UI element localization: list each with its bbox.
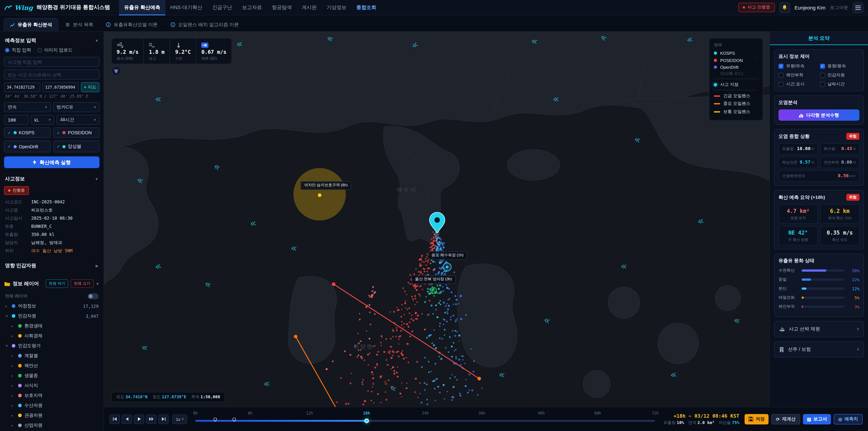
- layer-subitem-2-0[interactable]: ▸계절별: [4, 351, 99, 361]
- skip-end-button[interactable]: [158, 414, 168, 424]
- map-layers-button[interactable]: [111, 66, 121, 76]
- folder-icon: [4, 281, 10, 286]
- layer-subitem-2-1[interactable]: ▸해안선: [4, 361, 99, 371]
- timeline-tick-48h[interactable]: 48h: [538, 411, 545, 415]
- longitude-input[interactable]: [42, 82, 79, 92]
- fast-forward-button[interactable]: [146, 414, 156, 424]
- polygon-analysis-button[interactable]: 다각형 분석수행: [778, 110, 860, 121]
- incident-name-input[interactable]: [4, 57, 99, 67]
- layer-item-2[interactable]: ▼민감도평가: [4, 341, 99, 351]
- chevron-down-icon: ▼: [5, 344, 9, 348]
- tab-analysis-summary[interactable]: 분석 요약: [770, 32, 868, 45]
- incident-row: 위치여수 돌산 남방 5NM: [4, 247, 99, 255]
- vessel-spec-section[interactable]: 사고 선박 제원 ▾: [774, 321, 864, 337]
- forecast-stat-0: 4.7 km²영향 면적: [778, 204, 818, 224]
- layer-subitem-2-3[interactable]: ▸서식지: [4, 380, 99, 391]
- timeline-tick-0h[interactable]: 0h: [193, 411, 198, 415]
- timeline-info: +18h ~ 03/12 08:46 KST 유출량 10%면적 2.0 km²…: [663, 412, 739, 426]
- latitude-input[interactable]: [4, 82, 40, 92]
- run-prediction-button[interactable]: 확산예측 실행: [4, 156, 99, 168]
- timeline-tick-12h[interactable]: 12h: [306, 411, 313, 415]
- model-chip-kosps[interactable]: ✓KOSPS: [4, 127, 51, 138]
- spill-type-select[interactable]: 연속▾: [4, 102, 51, 112]
- recalculate-button[interactable]: ⟳ 재계산: [772, 414, 800, 424]
- radio-direct-input[interactable]: 직접 입력: [5, 47, 31, 53]
- layers-all-off-button[interactable]: 전체 끄기: [70, 279, 93, 288]
- step-back-button[interactable]: [122, 414, 132, 424]
- layer-subitem-2-7[interactable]: ▸산업자원: [4, 420, 99, 430]
- timeline-tick-60h[interactable]: 60h: [594, 411, 601, 415]
- timeline-track[interactable]: [195, 420, 655, 422]
- owner-insurance-section[interactable]: 선주 / 보험 ▾: [774, 341, 864, 358]
- timeline-tick-72h[interactable]: 72h: [652, 411, 659, 415]
- display-option-4[interactable]: 시간 표시: [778, 81, 818, 87]
- timeline-tick-6h[interactable]: 6h: [248, 411, 252, 415]
- prediction-button[interactable]: ◎ 예측치: [834, 414, 863, 424]
- nav-item-5[interactable]: 게시판: [297, 0, 322, 15]
- nav-item-1[interactable]: HNS·대기확산: [165, 0, 207, 15]
- display-option-1[interactable]: ✓풍향/풍속: [820, 63, 860, 69]
- model-chip-앙상블[interactable]: ✓앙상블: [53, 141, 99, 152]
- timeline-tick-24h[interactable]: 24h: [422, 411, 429, 415]
- display-option-3[interactable]: 민감자원: [820, 72, 860, 78]
- current-icon: [202, 42, 209, 48]
- tab-1[interactable]: 분석 목록: [59, 18, 99, 31]
- prediction-input-header[interactable]: 예측정보 입력 ▼: [4, 35, 99, 47]
- timeline-event-marker[interactable]: [213, 415, 217, 424]
- chevron-right-icon: ▸: [11, 354, 16, 358]
- notifications-button[interactable]: [779, 2, 790, 13]
- tab-2[interactable]: 유출유확산모델 이론: [100, 18, 164, 31]
- display-option-5[interactable]: 날짜시간: [820, 81, 860, 87]
- layer-item-1[interactable]: ▼민감자원3,947: [4, 311, 99, 321]
- incident-detail-list: 사고코드INC-2025-0042사고명씨프린스호사고일시2025-02-10 …: [4, 198, 99, 255]
- nav-item-7[interactable]: 통합조회: [351, 0, 381, 15]
- save-button[interactable]: 저장: [745, 414, 769, 424]
- map-pick-button[interactable]: ⌖지도: [81, 82, 99, 92]
- oil-type-select[interactable]: 벙커C유▾: [53, 102, 99, 112]
- timeline-tick-18h[interactable]: 18h: [363, 411, 370, 415]
- duration-select[interactable]: 48시간▾: [57, 115, 99, 125]
- layer-subitem-2-4[interactable]: ▸보호지역: [4, 391, 99, 400]
- incident-info-header[interactable]: 사고정보 ▼: [4, 174, 99, 185]
- report-button[interactable]: ▤ 보고서: [803, 414, 831, 424]
- tab-0[interactable]: 유출유 확산분석: [4, 18, 59, 31]
- timeline-handle[interactable]: [364, 419, 369, 423]
- nav-item-3[interactable]: 보고자료: [237, 0, 267, 15]
- speed-button[interactable]: 1x▾: [172, 414, 187, 424]
- display-option-0[interactable]: ✓유향/유속: [778, 63, 818, 69]
- logout-link[interactable]: 로그아웃: [830, 4, 848, 11]
- oil-type-value: 벙커C유: [57, 104, 73, 110]
- impact-resources-header[interactable]: 영향 민감자원 ▶: [4, 260, 99, 272]
- layers-all-on-button[interactable]: 전체 켜기: [46, 279, 68, 288]
- user-name: Eunjeong Kim: [795, 5, 826, 10]
- map[interactable]: 9.2 m/s풍속 (SW)1.8 m파고9.2°C수온0.67 m/s해류 (…: [104, 32, 770, 407]
- layer-subitem-2-2[interactable]: ▸생물종: [4, 371, 99, 380]
- nav-item-0[interactable]: 유출유 확산예측: [119, 0, 165, 15]
- unit-select[interactable]: kL▾: [31, 115, 54, 125]
- play-button[interactable]: [134, 414, 144, 424]
- layer-count: 17,129: [83, 304, 98, 308]
- nav-item-4[interactable]: 항공탐색: [267, 0, 297, 15]
- model-chip-poseidon[interactable]: ✓POSEIDON: [53, 127, 99, 138]
- skip-start-button[interactable]: [110, 414, 120, 424]
- display-option-2[interactable]: 해안부착: [778, 72, 818, 78]
- beach-marker[interactable]: [443, 263, 451, 271]
- chevron-right-icon: ▸: [11, 423, 16, 427]
- timeline-tick-36h[interactable]: 36h: [478, 411, 486, 415]
- layer-subitem-1-0[interactable]: ▸환경생태: [4, 321, 99, 331]
- incident-list-input[interactable]: [4, 70, 99, 80]
- timeline-event-marker[interactable]: [232, 415, 236, 424]
- radio-image-upload[interactable]: 이미지 업로드: [37, 47, 73, 53]
- amount-input[interactable]: [4, 115, 29, 125]
- layer-subitem-1-1[interactable]: ▸사회경제: [4, 331, 99, 341]
- model-chip-opendrift[interactable]: ✓OpenDrift: [4, 141, 51, 152]
- layer-subitem-2-5[interactable]: ▸수산자원: [4, 400, 99, 410]
- layer-subitem-2-6[interactable]: ▸관광자원: [4, 410, 99, 420]
- layer-item-0[interactable]: ●어장정보17,129: [4, 301, 99, 311]
- tab-3[interactable]: 오일펜스 배치 알고리즘 이론: [164, 18, 245, 31]
- nav-item-2[interactable]: 긴급구난: [207, 0, 237, 15]
- save-icon: [749, 417, 753, 421]
- nav-item-6[interactable]: 기상정보: [322, 0, 351, 15]
- master-layer-toggle[interactable]: [88, 294, 98, 299]
- menu-button[interactable]: [852, 2, 864, 13]
